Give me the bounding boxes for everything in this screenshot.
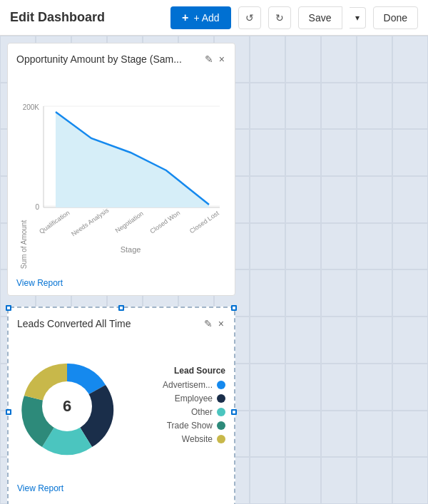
done-button[interactable]: Done — [373, 6, 418, 29]
grid-cell — [321, 176, 357, 223]
opportunity-view-report-link[interactable]: View Report — [16, 278, 63, 288]
grid-cell — [321, 317, 357, 364]
grid-cell — [357, 176, 392, 223]
grid-cell — [285, 457, 321, 504]
legend-dot-other — [217, 408, 225, 416]
grid-cell — [357, 83, 392, 130]
header: Edit Dashboard + + Add ↺ ↻ Save ▾ Done — [0, 0, 428, 36]
widget-opportunity-close-button[interactable]: × — [218, 52, 226, 66]
grid-cell — [321, 83, 357, 130]
resize-handle-tm[interactable] — [118, 305, 124, 311]
plus-icon: + — [182, 11, 188, 24]
page-title: Edit Dashboard — [10, 10, 163, 25]
resize-handle-mr[interactable] — [231, 409, 237, 415]
grid-cell — [321, 36, 357, 83]
widget-leads-title: Leads Converted All Time — [17, 318, 131, 329]
legend-label-advertisement: Advertisem... — [163, 380, 213, 390]
leads-content: 6 Lead Source Advertisem... Employee Oth… — [17, 335, 225, 478]
opportunity-chart-svg: Sum of Amount 200K 0 Qualification — [16, 71, 227, 256]
resize-handle-tr[interactable] — [231, 305, 237, 311]
widget-opportunity-actions: ✎ × — [203, 52, 226, 66]
leads-legend: Lead Source Advertisem... Employee Other — [124, 366, 225, 448]
legend-item-tradeshow: Trade Show — [124, 421, 225, 431]
grid-cell — [357, 223, 392, 270]
chevron-down-icon: ▾ — [355, 13, 360, 23]
add-label: + Add — [193, 12, 219, 24]
grid-cell — [392, 269, 428, 317]
grid-cell — [392, 36, 428, 83]
grid-cell — [392, 223, 428, 270]
grid-cell — [357, 36, 392, 83]
main-content: // Will generate grid cells via JS below… — [0, 36, 428, 504]
save-dropdown-button[interactable]: ▾ — [350, 7, 366, 29]
resize-handle-ml[interactable] — [6, 409, 11, 415]
grid-cell — [357, 364, 392, 411]
grid-cell — [285, 364, 321, 411]
grid-cell — [357, 457, 392, 504]
widget-leads-actions: ✎ × — [203, 317, 225, 331]
grid-cell — [250, 364, 285, 411]
widget-opportunity-header: Opportunity Amount by Stage (Sam... ✎ × — [16, 52, 226, 66]
redo-icon: ↻ — [275, 12, 284, 24]
grid-cell — [357, 317, 392, 364]
grid-cell — [250, 457, 285, 504]
grid-cell — [321, 457, 357, 504]
grid-cell — [392, 364, 428, 411]
opportunity-chart-area: Sum of Amount 200K 0 Qualification — [16, 71, 226, 270]
add-button[interactable]: + + Add — [170, 6, 231, 29]
legend-label-other: Other — [191, 407, 213, 417]
legend-label-tradeshow: Trade Show — [167, 421, 213, 431]
widget-opportunity-title: Opportunity Amount by Stage (Sam... — [16, 53, 182, 65]
dashboard-area: // Will generate grid cells via JS below… — [0, 36, 428, 504]
legend-dot-advertisement — [217, 381, 225, 389]
grid-cell — [321, 223, 357, 270]
grid-cell — [392, 176, 428, 223]
widget-leads: Leads Converted All Time ✎ × — [7, 307, 235, 504]
grid-cell — [250, 269, 285, 317]
undo-icon: ↺ — [245, 12, 254, 24]
grid-cell — [285, 176, 321, 223]
widget-leads-close-button[interactable]: × — [217, 317, 225, 331]
grid-cell — [250, 83, 285, 130]
legend-dot-tradeshow — [217, 421, 225, 430]
widget-leads-edit-button[interactable]: ✎ — [203, 317, 214, 331]
grid-cell — [250, 411, 285, 458]
y-axis-label: Sum of Amount — [20, 220, 28, 269]
grid-cell — [250, 317, 285, 364]
grid-cell — [285, 411, 321, 458]
grid-cell — [285, 83, 321, 130]
undo-button[interactable]: ↺ — [238, 6, 261, 29]
legend-dot-employee — [217, 394, 225, 403]
grid-cell — [357, 129, 392, 176]
y-tick-0: 0 — [35, 203, 39, 211]
grid-cell — [321, 129, 357, 176]
donut-chart-container: 6 — [17, 356, 117, 456]
x-label-needs-analysis: Needs Analysis — [70, 207, 111, 238]
grid-cell — [250, 36, 285, 83]
legend-title: Lead Source — [124, 366, 225, 376]
x-label-closed-won: Closed Won — [148, 209, 181, 235]
grid-cell — [285, 317, 321, 364]
leads-view-report-link[interactable]: View Report — [17, 483, 225, 493]
grid-cell — [392, 83, 428, 130]
donut-center-value: 6 — [63, 397, 71, 416]
grid-cell — [321, 364, 357, 411]
grid-cell — [357, 411, 392, 458]
x-label-negotiation: Negotiation — [114, 210, 145, 234]
grid-cell — [285, 36, 321, 83]
grid-cell — [250, 176, 285, 223]
grid-cell — [392, 129, 428, 176]
redo-button[interactable]: ↻ — [268, 6, 291, 29]
legend-item-advertisement: Advertisem... — [124, 380, 225, 390]
widget-leads-header: Leads Converted All Time ✎ × — [17, 317, 225, 331]
widget-opportunity-edit-button[interactable]: ✎ — [203, 52, 215, 66]
legend-label-employee: Employee — [175, 394, 213, 403]
grid-cell — [321, 411, 357, 458]
save-button[interactable]: Save — [298, 6, 342, 29]
grid-cell — [357, 269, 392, 317]
grid-cell — [392, 411, 428, 458]
grid-cell — [392, 457, 428, 504]
resize-handle-tl[interactable] — [6, 305, 11, 311]
grid-cell — [250, 129, 285, 176]
grid-cell — [250, 223, 285, 270]
